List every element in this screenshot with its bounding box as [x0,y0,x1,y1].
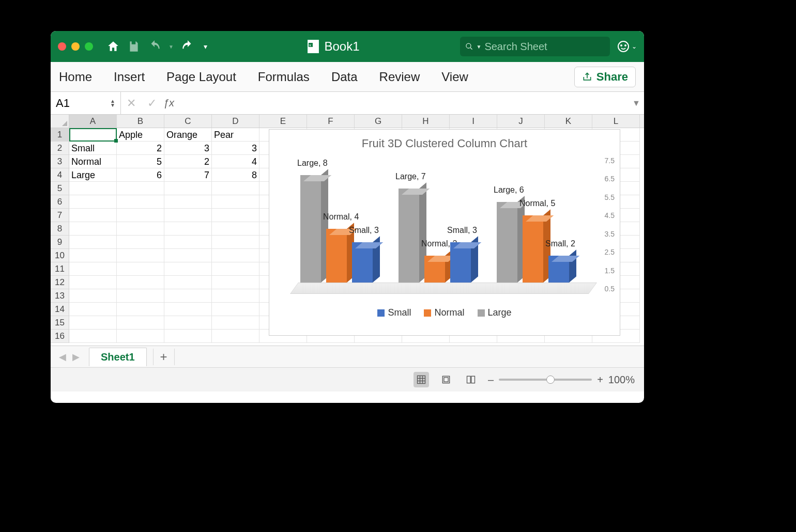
cell-B11[interactable] [117,262,164,276]
fx-icon[interactable]: ƒx [163,97,174,109]
col-header-L[interactable]: L [592,115,640,128]
tab-home[interactable]: Home [59,70,92,84]
cell-C9[interactable] [164,236,212,249]
col-header-C[interactable]: C [164,115,212,128]
zoom-out-button[interactable]: – [488,374,494,386]
cell-B7[interactable] [117,209,164,222]
cell-A8[interactable] [69,222,117,236]
cell-D15[interactable] [212,316,259,330]
cell-A3[interactable]: Normal [69,155,117,168]
cell-A1[interactable] [69,128,117,142]
col-header-B[interactable]: B [117,115,164,128]
customize-qat-icon[interactable]: ▾ [204,42,207,51]
cell-C11[interactable] [164,262,212,276]
cell-A11[interactable] [69,262,117,276]
tab-page-layout[interactable]: Page Layout [166,70,236,84]
cell-D9[interactable] [212,236,259,249]
row-header-14[interactable]: 14 [51,303,69,316]
row-header-3[interactable]: 3 [51,155,69,168]
zoom-in-button[interactable]: + [597,374,603,386]
cell-C6[interactable] [164,195,212,209]
cell-D5[interactable] [212,182,259,195]
cell-C1[interactable]: Orange [164,128,212,142]
cell-B4[interactable]: 6 [117,168,164,182]
cell-C2[interactable]: 3 [164,142,212,155]
cell-A14[interactable] [69,303,117,316]
enter-formula-icon[interactable]: ✓ [142,97,162,110]
col-header-A[interactable]: A [69,115,117,128]
cell-B2[interactable]: 2 [117,142,164,155]
search-sheet[interactable]: ▼ [460,37,610,56]
view-normal-button[interactable] [414,372,429,387]
spreadsheet-grid[interactable]: A B C D E F G H I J K L 1AppleOrangePear… [51,115,644,346]
cell-B14[interactable] [117,303,164,316]
cell-B8[interactable] [117,222,164,236]
search-dropdown-icon[interactable]: ▼ [477,44,482,50]
col-header-H[interactable]: H [402,115,450,128]
cell-C14[interactable] [164,303,212,316]
cell-D10[interactable] [212,249,259,262]
cell-B3[interactable]: 5 [117,155,164,168]
view-page-layout-button[interactable] [438,372,454,387]
cell-A15[interactable] [69,316,117,330]
expand-formula-bar-icon[interactable]: ▼ [629,99,644,108]
sheet-tab-sheet1[interactable]: Sheet1 [89,348,147,366]
tab-data[interactable]: Data [331,70,358,84]
cell-D1[interactable]: Pear [212,128,259,142]
cell-A2[interactable]: Small [69,142,117,155]
cell-B5[interactable] [117,182,164,195]
cell-C5[interactable] [164,182,212,195]
cell-D4[interactable]: 8 [212,168,259,182]
cancel-formula-icon[interactable]: ✕ [121,97,142,110]
cell-A9[interactable] [69,236,117,249]
undo-dropdown-icon[interactable]: ▼ [169,44,174,50]
zoom-slider[interactable] [499,379,592,381]
cell-D6[interactable] [212,195,259,209]
cell-C13[interactable] [164,289,212,303]
row-header-6[interactable]: 6 [51,195,69,209]
row-header-8[interactable]: 8 [51,222,69,236]
home-icon[interactable] [106,40,120,53]
cell-A6[interactable] [69,195,117,209]
minimize-window-button[interactable] [71,42,80,51]
embedded-chart[interactable]: Fruit 3D Clustered Column Chart 7.56.55.… [269,129,620,336]
cell-A12[interactable] [69,276,117,289]
row-header-16[interactable]: 16 [51,330,69,343]
row-header-9[interactable]: 9 [51,236,69,249]
search-input[interactable] [484,41,605,53]
view-page-break-button[interactable] [463,372,479,387]
col-header-D[interactable]: D [212,115,259,128]
cell-B12[interactable] [117,276,164,289]
cell-B1[interactable]: Apple [117,128,164,142]
cell-C16[interactable] [164,330,212,343]
cell-D13[interactable] [212,289,259,303]
feedback-button[interactable]: ⌄ [617,40,637,53]
row-header-11[interactable]: 11 [51,262,69,276]
col-header-I[interactable]: I [450,115,497,128]
sheet-nav-prev[interactable]: ◀ [59,351,66,363]
cell-A16[interactable] [69,330,117,343]
cell-A5[interactable] [69,182,117,195]
row-header-13[interactable]: 13 [51,289,69,303]
col-header-E[interactable]: E [259,115,307,128]
cell-C10[interactable] [164,249,212,262]
zoom-window-button[interactable] [85,42,93,51]
row-header-4[interactable]: 4 [51,168,69,182]
cell-B15[interactable] [117,316,164,330]
cell-B9[interactable] [117,236,164,249]
close-window-button[interactable] [58,42,66,51]
cell-A10[interactable] [69,249,117,262]
cell-C12[interactable] [164,276,212,289]
cell-B13[interactable] [117,289,164,303]
cell-D2[interactable]: 3 [212,142,259,155]
tab-review[interactable]: Review [379,70,420,84]
add-sheet-button[interactable]: + [153,349,175,365]
cell-A13[interactable] [69,289,117,303]
cell-D3[interactable]: 4 [212,155,259,168]
col-header-G[interactable]: G [355,115,402,128]
name-box[interactable]: A1 ▲▼ [51,92,121,114]
tab-formulas[interactable]: Formulas [258,70,310,84]
zoom-slider-thumb[interactable] [546,375,555,384]
row-header-12[interactable]: 12 [51,276,69,289]
zoom-percent[interactable]: 100% [608,374,635,386]
